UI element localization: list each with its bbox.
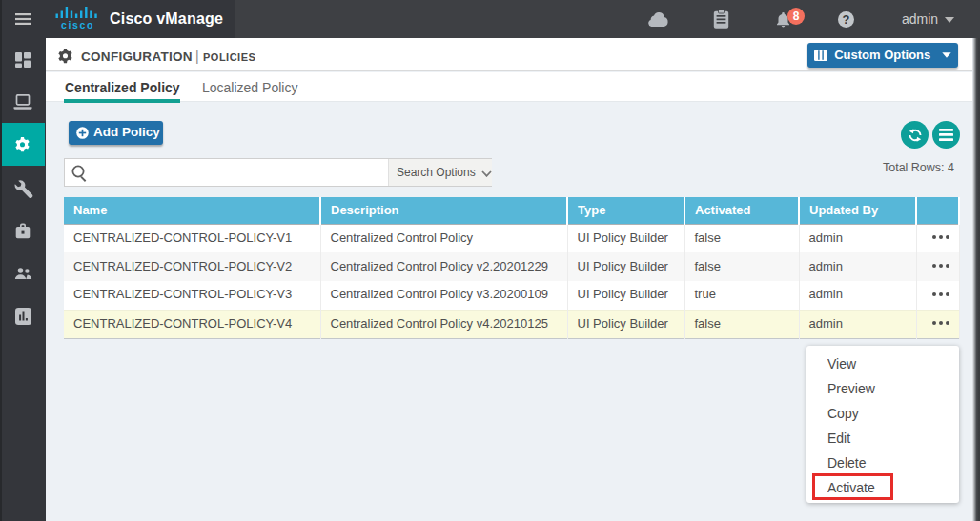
- svg-text:cisco: cisco: [61, 19, 94, 30]
